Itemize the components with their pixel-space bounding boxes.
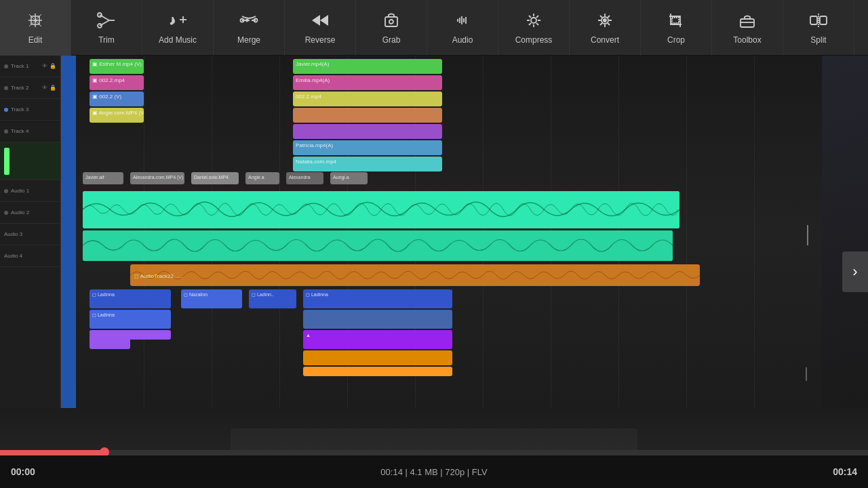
reverse-icon [311, 11, 330, 33]
chevron-right-icon: › [852, 263, 857, 281]
svg-point-14 [389, 20, 393, 24]
lock-icon-2[interactable]: 🔒 [50, 85, 56, 91]
timeline-area[interactable]: ▣ Esther M.mp4 (V) ▣ 002.2.mp4 ▣ 002.2 (… [76, 56, 822, 408]
tool-grab[interactable]: Grab [356, 0, 427, 56]
track-block[interactable]: ▣ 002.2 (V) [90, 92, 144, 106]
track-dot-2 [4, 86, 8, 90]
svg-text:✦: ✦ [33, 17, 39, 24]
track-small-4[interactable]: Angie.a [245, 172, 279, 184]
toolbox-icon [738, 11, 757, 33]
svg-rect-21 [810, 16, 817, 24]
grid-line [754, 56, 755, 408]
tool-toolbox[interactable]: Toolbox [712, 0, 783, 56]
tool-audio[interactable]: Audio [427, 0, 498, 56]
track-mid-1[interactable]: ◻ Nazalinn [181, 289, 242, 308]
grab-label: Grab [382, 35, 401, 45]
track-mid-2[interactable]: ◻ Ladinn.. [249, 289, 296, 308]
svg-marker-12 [320, 15, 328, 26]
tool-reverse[interactable]: Reverse [285, 0, 356, 56]
crop-icon [667, 11, 686, 33]
svg-rect-19 [741, 19, 754, 27]
eye-icon-1[interactable]: 👁 [42, 63, 47, 69]
track-purple-sm[interactable] [90, 330, 171, 340]
edit-label: Edit [28, 35, 43, 45]
track-block-r4[interactable] [293, 108, 442, 123]
lock-icon-1[interactable]: 🔒 [50, 63, 56, 69]
track-block-r6[interactable]: Patricia.mp4(A) [293, 140, 442, 155]
track-dot-6 [4, 211, 8, 215]
grid-line [686, 56, 687, 408]
marker-line [807, 225, 808, 245]
track-label-1: Track 1 [11, 63, 28, 69]
convert-label: Convert [591, 35, 619, 45]
track-small-5[interactable]: Alexandra [286, 172, 323, 184]
track-controls-2[interactable]: 👁 🔒 [42, 85, 56, 91]
svg-rect-13 [385, 17, 397, 26]
track-dot-4 [4, 129, 8, 134]
audio-icon [453, 11, 472, 33]
track-label-3: Track 3 [11, 106, 28, 113]
track-small-6[interactable]: Aurigi.a [330, 172, 368, 184]
track-dot-5 [4, 189, 8, 193]
next-arrow[interactable]: › [842, 251, 868, 292]
track-label-4: Track 4 [11, 128, 28, 134]
edit-icon: ✦ [26, 11, 45, 33]
track-br-5[interactable] [303, 367, 452, 376]
track-br-1[interactable]: ◻ Ladinna [303, 289, 452, 308]
split-label: Split [810, 35, 826, 45]
waveform-bg-2 [83, 230, 673, 261]
track-label-5: Audio 1 [11, 188, 29, 194]
svg-text:♪: ♪ [170, 14, 176, 27]
waveform-bg-1: // Generated inline waveform [83, 191, 679, 228]
tool-merge[interactable]: Merge [214, 0, 285, 56]
track-small-1[interactable]: Javier.aif [83, 172, 123, 184]
toolbox-label: Toolbox [733, 35, 761, 45]
svg-rect-22 [820, 16, 827, 24]
track-small-3[interactable]: Daniel.solo.MP4 [191, 172, 239, 184]
tool-add-music[interactable]: ♪ Add Music [142, 0, 214, 56]
track-controls-1[interactable]: 👁 🔒 [42, 63, 56, 69]
track-br-4[interactable] [303, 350, 452, 365]
waveform-orange[interactable]: ◻ AudioTrack22...... [130, 264, 700, 286]
reverse-label: Reverse [305, 35, 336, 45]
track-block-r1[interactable]: Javier.mp4(A) [293, 59, 442, 74]
eye-icon-2[interactable]: 👁 [42, 85, 47, 91]
track-small-2[interactable]: Alexandra.com.MP4 (V) [130, 172, 184, 184]
time-current: 00:00 [11, 466, 35, 477]
track-block-r3[interactable]: 002.2.mp4 [293, 92, 442, 106]
track-br-3[interactable]: ▲ [303, 330, 452, 349]
svg-text:◻ AudioTrack22......: ◻ AudioTrack22...... [134, 273, 182, 279]
split-icon [809, 11, 828, 33]
svg-marker-11 [312, 15, 320, 26]
statusbar: 00:00 00:14 | 4.1 MB | 720p | FLV 00:14 [0, 455, 868, 488]
convert-icon [595, 11, 614, 33]
compress-icon [524, 11, 543, 33]
track-br-2[interactable] [303, 310, 452, 329]
track-block-r2[interactable]: Emilia.mp4(A) [293, 75, 442, 90]
tool-crop[interactable]: Crop [641, 0, 712, 56]
tool-trim[interactable]: Trim [71, 0, 142, 56]
tool-edit[interactable]: ✦ Edit [0, 0, 71, 56]
tool-split[interactable]: Split [783, 0, 854, 56]
track-block-r5[interactable] [293, 124, 442, 139]
add-music-label: Add Music [159, 35, 197, 45]
track-blue-1[interactable]: ◻ Ladinna [90, 289, 171, 308]
compress-label: Compress [515, 35, 553, 45]
track-block[interactable]: ▣ 002.2.mp4 [90, 75, 144, 90]
track-label-8: Audio 4 [4, 253, 22, 259]
merge-label: Merge [237, 35, 260, 45]
track-blue-2[interactable]: ◻ Ladinna [90, 310, 171, 329]
track-block[interactable]: ▣ Angie.com.MP4 (V) [90, 108, 144, 123]
main-area: Track 1 👁 🔒 Track 2 👁 🔒 Track 3 Track 4 [0, 56, 868, 488]
crop-label: Crop [667, 35, 685, 45]
toolbar: ✦ Edit Trim ♪ [0, 0, 868, 56]
waveform-track-1[interactable]: // Generated inline waveform [83, 191, 679, 228]
track-block[interactable]: ▣ Esther M.mp4 (V) [90, 59, 144, 74]
tool-convert[interactable]: Convert [570, 0, 641, 56]
track-block-r7[interactable]: Natalia.com.mp4 [293, 157, 442, 171]
waveform-track-2[interactable] [83, 230, 673, 261]
tool-compress[interactable]: Compress [498, 0, 570, 56]
svg-point-17 [604, 19, 606, 22]
progress-bar-area[interactable] [0, 450, 868, 455]
track-dot-1 [4, 64, 8, 68]
